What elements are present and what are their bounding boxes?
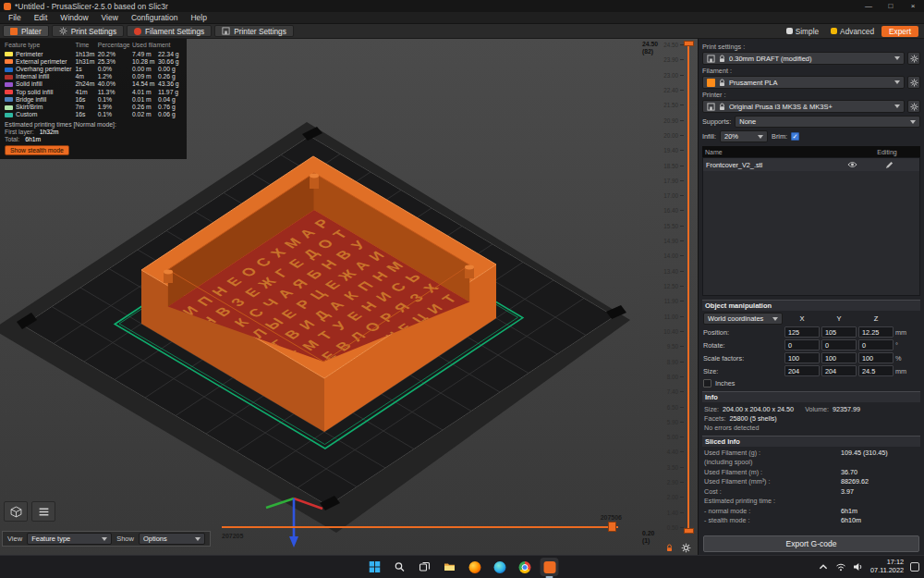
value-x-field[interactable]: 0 xyxy=(784,339,820,350)
search-button[interactable] xyxy=(391,558,409,576)
edit-object-icon[interactable] xyxy=(885,161,894,169)
print-settings-gear-button[interactable] xyxy=(907,52,920,65)
layer-slider-bottom-value: 0.20(1) xyxy=(642,530,654,545)
menu-edit[interactable]: Edit xyxy=(28,13,55,22)
sliced-info-row: (including spool) xyxy=(702,458,920,466)
layer-lock-icon[interactable] xyxy=(665,544,674,552)
chevron-down-icon xyxy=(102,537,107,541)
menu-configuration[interactable]: Configuration xyxy=(125,13,185,22)
value-x-field[interactable]: 204 xyxy=(784,365,820,376)
tab-print-settings[interactable]: Print Settings xyxy=(52,25,124,37)
firefox-icon xyxy=(468,561,480,573)
value-z-field[interactable]: 12.25 xyxy=(858,326,894,338)
layer-tick: 8.90 xyxy=(653,359,684,365)
mode-expert-button[interactable]: Expert xyxy=(881,26,918,37)
moves-slider-handle[interactable] xyxy=(608,522,616,532)
menu-window[interactable]: Window xyxy=(54,13,94,22)
moves-slider-track[interactable] xyxy=(222,526,618,528)
inches-checkbox-box[interactable] xyxy=(703,379,711,387)
eye-icon[interactable] xyxy=(847,161,857,168)
value-z-field[interactable]: 100 xyxy=(858,352,894,363)
volume-icon[interactable] xyxy=(853,561,864,572)
printer-combo[interactable]: Original Prusa i3 MK3S & MK3S+ xyxy=(702,100,905,113)
view-type-combo[interactable]: Feature type xyxy=(27,533,112,545)
filament-combo[interactable]: Prusament PLA xyxy=(702,76,905,89)
layer-tick: 21.50 xyxy=(653,102,684,108)
value-y-field[interactable]: 0 xyxy=(821,339,857,350)
tab-plater[interactable]: Plater xyxy=(3,25,49,37)
menu-file[interactable]: File xyxy=(2,13,28,22)
legend-row: Top solid infill41m11.3%4.01 m11.97 g xyxy=(5,88,182,95)
brim-checkbox[interactable]: ✓ xyxy=(791,132,799,141)
first-layer-time: First layer:1h32m xyxy=(5,129,182,135)
layer-slider-handle-top[interactable] xyxy=(684,41,694,46)
layer-tick: 5.00 xyxy=(653,434,684,440)
file-explorer-button[interactable] xyxy=(441,558,459,576)
wifi-icon[interactable] xyxy=(835,561,846,572)
menu-view[interactable]: View xyxy=(95,13,125,22)
value-y-field[interactable]: 105 xyxy=(821,326,857,338)
menu-help[interactable]: Help xyxy=(184,13,213,22)
filament-gear-button[interactable] xyxy=(907,76,920,89)
task-view-button[interactable] xyxy=(416,558,434,576)
tray-chevron-up-icon[interactable] xyxy=(818,561,829,572)
sliced-info-row: Cost :3.97 xyxy=(702,487,920,496)
manipulation-row: Rotate:000° xyxy=(702,338,920,350)
layer-tick: 12.50 xyxy=(653,283,684,289)
windows-logo-icon xyxy=(370,561,381,572)
firefox-button[interactable] xyxy=(466,558,484,576)
tab-printer-settings[interactable]: Printer Settings xyxy=(214,25,294,37)
notification-button[interactable] xyxy=(910,562,919,572)
estimated-times-title: Estimated printing times [Normal mode]: xyxy=(5,121,182,128)
tab-printer-settings-label: Printer Settings xyxy=(234,27,286,36)
print-settings-combo[interactable]: 0.30mm DRAFT (modified) xyxy=(702,52,905,65)
advanced-mode-icon xyxy=(831,28,837,34)
minimize-button[interactable]: — xyxy=(857,0,880,12)
tab-plater-label: Plater xyxy=(21,27,42,36)
value-y-field[interactable]: 204 xyxy=(821,365,857,376)
show-options-combo[interactable]: Options xyxy=(139,533,205,545)
layer-settings-gear-icon[interactable] xyxy=(681,543,691,553)
mode-simple-button[interactable]: Simple xyxy=(782,26,823,37)
value-z-field[interactable]: 0 xyxy=(858,339,894,350)
infill-combo[interactable]: 20% xyxy=(720,130,768,142)
start-button[interactable] xyxy=(366,558,384,576)
value-z-field[interactable]: 24.5 xyxy=(858,365,894,376)
inches-checkbox[interactable]: Inches xyxy=(703,379,920,387)
main-area: ИПНЕОСХМАРНВЗЕЖГЕДОТЕКСЧАЯБНВУШЛЫЕРЦЕЖАИ… xyxy=(0,39,924,555)
chrome-button[interactable] xyxy=(516,558,534,576)
layer-slider-handle-bottom[interactable] xyxy=(684,528,694,534)
edge-button[interactable] xyxy=(491,558,509,576)
printer-gear-button[interactable] xyxy=(907,100,920,113)
export-gcode-button[interactable]: Export G-code xyxy=(703,535,919,552)
stealth-mode-button[interactable]: Show stealth mode xyxy=(5,145,69,155)
view-layers-button[interactable] xyxy=(31,501,55,522)
layer-tick: 5.90 xyxy=(653,419,684,425)
filament-spool-icon xyxy=(134,28,141,35)
moves-slider[interactable]: 207506 207205 xyxy=(222,525,618,529)
layer-tick: 0.50 xyxy=(653,524,684,531)
layer-slider-track[interactable] xyxy=(687,42,689,531)
value-x-field[interactable]: 125 xyxy=(784,326,820,338)
right-sidebar: Print settings : 0.30mm DRAFT (modified)… xyxy=(698,39,924,555)
prusaslicer-taskbar-button[interactable] xyxy=(541,558,559,576)
layer-tick: 13.40 xyxy=(653,268,684,275)
taskbar-clock[interactable]: 17:12 07.11.2022 xyxy=(870,559,904,575)
mode-advanced-button[interactable]: Advanced xyxy=(826,26,879,37)
tab-filament-settings-label: Filament Settings xyxy=(145,27,204,36)
sliced-info-row: - normal mode :6h1m xyxy=(702,507,920,515)
supports-combo[interactable]: None xyxy=(735,116,920,128)
legend-row: Internal infill4m1.2%0.09 m0.26 g xyxy=(5,73,182,80)
object-list: Frontcover_V2_.stl xyxy=(702,157,920,296)
object-row[interactable]: Frontcover_V2_.stl xyxy=(703,158,919,171)
value-x-field[interactable]: 100 xyxy=(784,352,820,363)
coordinates-combo[interactable]: World coordinates xyxy=(703,313,783,325)
maximize-button[interactable]: □ xyxy=(880,0,902,12)
view-cube-button[interactable] xyxy=(4,501,28,522)
value-y-field[interactable]: 100 xyxy=(821,352,857,363)
3d-viewport[interactable]: ИПНЕОСХМАРНВЗЕЖГЕДОТЕКСЧАЯБНВУШЛЫЕРЦЕЖАИ… xyxy=(0,39,640,555)
layer-tick: 20.00 xyxy=(653,132,684,139)
close-button[interactable]: × xyxy=(902,0,924,12)
tab-filament-settings[interactable]: Filament Settings xyxy=(127,25,212,37)
legend-row: Skirt/Brim7m1.9%0.26 m0.76 g xyxy=(5,103,182,110)
